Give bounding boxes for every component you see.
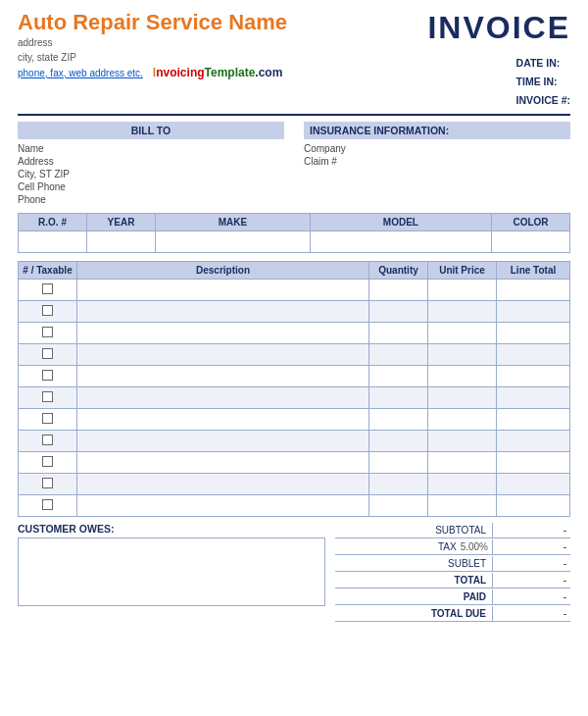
taxable-cell[interactable] (19, 386, 77, 408)
unit-price-cell[interactable] (428, 408, 497, 430)
taxable-cell[interactable] (19, 451, 77, 473)
paid-value: - (492, 589, 570, 604)
description-cell[interactable] (77, 365, 369, 386)
unit-price-cell[interactable] (428, 322, 497, 343)
quantity-cell[interactable] (369, 451, 428, 473)
unit-price-cell[interactable] (428, 430, 497, 451)
description-cell[interactable] (77, 430, 369, 451)
line-total-cell[interactable] (497, 300, 570, 322)
vehicle-ro-value[interactable] (19, 230, 87, 252)
line-total-cell[interactable] (497, 494, 570, 516)
taxable-cell[interactable] (19, 408, 77, 430)
total-label: TOTAL (394, 573, 492, 588)
description-cell[interactable] (77, 451, 369, 473)
description-cell[interactable] (77, 279, 369, 300)
cellphone-row: Cell Phone (18, 181, 284, 192)
quantity-cell[interactable] (369, 279, 428, 300)
checkbox-icon[interactable] (42, 305, 53, 316)
taxable-cell[interactable] (19, 322, 77, 343)
description-cell[interactable] (77, 300, 369, 322)
table-row (19, 322, 570, 343)
vehicle-make-value[interactable] (156, 230, 311, 252)
quantity-cell[interactable] (369, 386, 428, 408)
unit-price-cell[interactable] (428, 343, 497, 365)
checkbox-icon[interactable] (42, 391, 53, 402)
line-total-cell[interactable] (497, 408, 570, 430)
col-quantity: Quantity (369, 261, 428, 279)
checkbox-icon[interactable] (42, 370, 53, 381)
line-total-cell[interactable] (497, 473, 570, 494)
line-total-cell[interactable] (497, 279, 570, 300)
quantity-cell[interactable] (369, 408, 428, 430)
customer-owes-box[interactable] (18, 537, 325, 606)
invoice-title: INVOICE (427, 10, 570, 46)
description-cell[interactable] (77, 408, 369, 430)
quantity-cell[interactable] (369, 365, 428, 386)
vehicle-color-value[interactable] (492, 230, 570, 252)
unit-price-cell[interactable] (428, 494, 497, 516)
description-cell[interactable] (77, 494, 369, 516)
checkbox-icon[interactable] (42, 478, 53, 488)
vehicle-year-value[interactable] (87, 230, 156, 252)
vehicle-data-row (19, 230, 570, 252)
unit-price-cell[interactable] (428, 386, 497, 408)
quantity-cell[interactable] (369, 300, 428, 322)
unit-price-cell[interactable] (428, 365, 497, 386)
company-row: Company (304, 143, 570, 154)
unit-price-cell[interactable] (428, 300, 497, 322)
line-total-cell[interactable] (497, 343, 570, 365)
sublet-label: SUBLET (394, 556, 492, 571)
address2: city, state ZIP (18, 50, 287, 65)
insurance-header: INSURANCE INFORMATION: (304, 122, 570, 139)
line-total-cell[interactable] (497, 386, 570, 408)
description-cell[interactable] (77, 343, 369, 365)
quantity-cell[interactable] (369, 343, 428, 365)
taxable-cell[interactable] (19, 494, 77, 516)
checkbox-icon[interactable] (42, 348, 53, 359)
checkbox-icon[interactable] (42, 456, 53, 467)
top-divider (18, 114, 570, 116)
claim-row: Claim # (304, 156, 570, 167)
quantity-cell[interactable] (369, 494, 428, 516)
checkbox-icon[interactable] (42, 283, 53, 294)
line-total-cell[interactable] (497, 322, 570, 343)
total-due-value: - (492, 606, 570, 621)
line-total-cell[interactable] (497, 365, 570, 386)
taxable-cell[interactable] (19, 300, 77, 322)
items-header-row: # / Taxable Description Quantity Unit Pr… (19, 261, 570, 279)
table-row (19, 300, 570, 322)
table-row (19, 408, 570, 430)
taxable-cell[interactable] (19, 343, 77, 365)
table-row (19, 451, 570, 473)
paid-label: PAID (394, 589, 492, 604)
table-row (19, 386, 570, 408)
subtotal-value: - (492, 523, 570, 537)
phone-link[interactable]: phone, fax, web address etc. (18, 68, 143, 78)
checkbox-icon[interactable] (42, 499, 53, 510)
description-cell[interactable] (77, 473, 369, 494)
customer-owes-section: CUSTOMER OWES: (18, 523, 325, 623)
vehicle-model-value[interactable] (310, 230, 491, 252)
unit-price-cell[interactable] (428, 473, 497, 494)
quantity-cell[interactable] (369, 322, 428, 343)
quantity-cell[interactable] (369, 430, 428, 451)
cityzip-row: City, ST ZIP (18, 169, 284, 179)
line-total-cell[interactable] (497, 430, 570, 451)
taxable-cell[interactable] (19, 473, 77, 494)
bill-to-column: BILL TO Name Address City, ST ZIP Cell P… (18, 122, 294, 207)
bill-insurance-section: BILL TO Name Address City, ST ZIP Cell P… (18, 122, 570, 207)
unit-price-cell[interactable] (428, 451, 497, 473)
total-due-row: TOTAL DUE - (335, 606, 570, 622)
checkbox-icon[interactable] (42, 327, 53, 337)
checkbox-icon[interactable] (42, 435, 53, 445)
vehicle-col-color: COLOR (492, 213, 570, 230)
description-cell[interactable] (77, 322, 369, 343)
taxable-cell[interactable] (19, 279, 77, 300)
unit-price-cell[interactable] (428, 279, 497, 300)
description-cell[interactable] (77, 386, 369, 408)
taxable-cell[interactable] (19, 430, 77, 451)
quantity-cell[interactable] (369, 473, 428, 494)
checkbox-icon[interactable] (42, 413, 53, 424)
line-total-cell[interactable] (497, 451, 570, 473)
taxable-cell[interactable] (19, 365, 77, 386)
